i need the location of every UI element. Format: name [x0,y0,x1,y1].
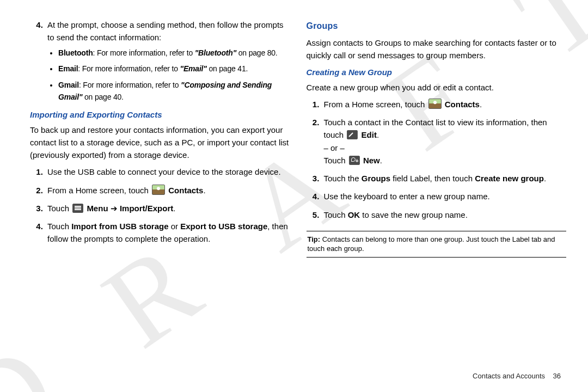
or-divider: – or – [324,142,567,154]
menu-icon [72,204,83,213]
importing-intro: To back up and restore your contacts inf… [30,124,290,162]
edit-icon [347,130,358,139]
option-label: Gmail [58,81,79,89]
list-item: From a Home screen, touch Contacts. [45,184,290,197]
list-item: Touch the Groups field Label, then touch… [322,172,567,185]
groups-heading: Groups [307,20,567,33]
right-column: Groups Assign contacts to Groups to make… [307,16,567,381]
left-column: At the prompt, choose a sending method, … [30,16,290,381]
list-item: Touch OK to save the new group name. [322,209,567,221]
option-label: Bluetooth [58,48,93,57]
import-steps: Use the USB cable to connect your device… [30,166,290,245]
list-item: From a Home screen, touch Contacts. [322,98,567,111]
list-item: Touch Menu ➔ Import/Export. [45,202,290,215]
list-item: At the prompt, choose a sending method, … [45,19,290,103]
tip-text: Contacts can belong to more than one gro… [308,235,555,253]
list-item: Use the USB cable to connect your device… [45,166,290,178]
tip-label: Tip: [308,235,321,243]
send-options: Bluetooth: For more information, refer t… [47,47,290,103]
tip-box: Tip: Contacts can belong to more than on… [307,231,567,258]
groups-intro: Assign contacts to Groups to make search… [307,36,567,62]
new-icon [349,156,360,165]
send-method-list: At the prompt, choose a sending method, … [30,19,290,103]
list-item: Gmail: For more information, refer to "C… [58,79,290,103]
list-item: Email: For more information, refer to "E… [58,63,290,75]
alt-option: Touch New. [324,154,567,167]
importing-heading: Importing and Exporting Contacts [30,108,290,121]
list-item: Touch Import from USB storage or Export … [45,220,290,246]
create-group-steps: From a Home screen, touch Contacts. Touc… [307,98,567,221]
step-text: At the prompt, choose a sending method, … [47,20,284,42]
option-label: Email [58,64,78,73]
creating-intro: Create a new group when you add or edit … [307,81,567,94]
page-content: At the prompt, choose a sending method, … [0,0,588,392]
contacts-icon [152,185,165,195]
creating-group-heading: Creating a New Group [307,66,567,78]
list-item: Touch a contact in the Contact list to v… [322,116,567,167]
list-item: Bluetooth: For more information, refer t… [58,47,290,59]
contacts-icon [428,99,442,109]
list-item: Use the keyboard to enter a new group na… [322,190,567,203]
